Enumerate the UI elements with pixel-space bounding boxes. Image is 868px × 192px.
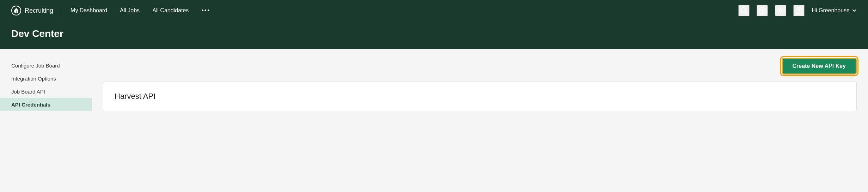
page-title: Dev Center xyxy=(11,28,857,39)
sidebar-item-api-credentials[interactable]: API Credentials xyxy=(0,98,92,111)
help-icon xyxy=(795,7,803,14)
content-area: Create New API Key Harvest API xyxy=(92,49,868,155)
add-icon xyxy=(758,7,766,14)
search-button[interactable] xyxy=(738,5,750,16)
nav-links: My Dashboard All Jobs All Candidates ••• xyxy=(71,7,738,14)
sidebar-item-job-board-api[interactable]: Job Board API xyxy=(0,85,92,98)
nav-right-actions: Hi Greenhouse xyxy=(738,5,857,16)
nav-all-jobs[interactable]: All Jobs xyxy=(120,7,140,14)
sidebar-item-integration-options[interactable]: Integration Options xyxy=(0,72,92,85)
main-content: Configure Job Board Integration Options … xyxy=(0,49,868,155)
nav-my-dashboard[interactable]: My Dashboard xyxy=(71,7,107,14)
help-button[interactable] xyxy=(793,5,805,16)
user-greeting: Hi Greenhouse xyxy=(812,7,850,14)
svg-point-6 xyxy=(780,9,782,12)
content-toolbar: Create New API Key xyxy=(103,58,857,75)
app-name: Recruiting xyxy=(25,7,53,14)
harvest-api-title: Harvest API xyxy=(115,92,845,101)
add-button[interactable] xyxy=(757,5,768,16)
sidebar: Configure Job Board Integration Options … xyxy=(0,49,92,155)
chevron-down-icon xyxy=(852,8,857,13)
harvest-api-card: Harvest API xyxy=(103,82,857,111)
svg-point-8 xyxy=(799,12,799,13)
nav-all-candidates[interactable]: All Candidates xyxy=(152,7,189,14)
page-header: Dev Center xyxy=(0,21,868,49)
svg-line-2 xyxy=(745,12,747,14)
top-navigation: Recruiting My Dashboard All Jobs All Can… xyxy=(0,0,868,21)
user-menu[interactable]: Hi Greenhouse xyxy=(812,7,857,14)
greenhouse-logo-icon xyxy=(11,6,21,15)
settings-button[interactable] xyxy=(775,5,786,16)
search-icon xyxy=(740,7,748,14)
app-logo[interactable]: Recruiting xyxy=(11,6,62,15)
settings-icon xyxy=(777,7,784,14)
sidebar-item-configure-job-board[interactable]: Configure Job Board xyxy=(0,59,92,72)
nav-more-button[interactable]: ••• xyxy=(201,7,210,14)
create-new-api-key-button[interactable]: Create New API Key xyxy=(782,58,857,75)
